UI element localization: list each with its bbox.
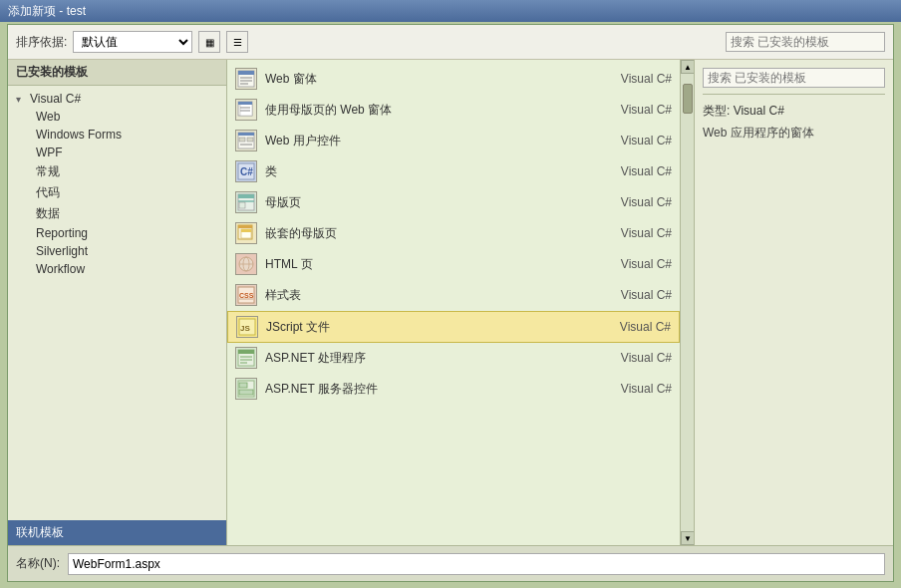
file-type-web-usercontrol: Visual C# xyxy=(602,134,672,147)
scroll-thumb[interactable] xyxy=(683,84,693,114)
online-templates-label: 联机模板 xyxy=(16,525,64,539)
online-templates-section[interactable]: 联机模板 xyxy=(8,520,226,545)
file-icon-jscript: JS xyxy=(236,316,258,338)
right-panel-search xyxy=(703,68,885,95)
installed-templates-header: 已安装的模板 xyxy=(8,60,226,86)
file-item-master-page[interactable]: 母版页 Visual C# xyxy=(227,187,680,218)
svg-text:C#: C# xyxy=(240,166,253,177)
title-text: 添加新项 - test xyxy=(8,3,86,20)
tree-label-code: 代码 xyxy=(36,184,60,201)
file-type-master-page: Visual C# xyxy=(602,195,672,209)
file-item-web-usercontrol[interactable]: Web 用户控件 Visual C# xyxy=(227,126,680,156)
file-item-web-form[interactable]: Web 窗体 Visual C# xyxy=(227,64,680,95)
svg-rect-1 xyxy=(238,71,254,75)
file-name-master-page: 母版页 xyxy=(265,194,594,211)
scroll-down-button[interactable]: ▼ xyxy=(681,531,695,545)
svg-rect-34 xyxy=(238,350,254,354)
name-input[interactable] xyxy=(68,553,885,575)
file-icon-class: C# xyxy=(235,160,257,182)
bottom-bar: 名称(N): xyxy=(8,545,893,581)
file-type-jscript: Visual C# xyxy=(601,320,671,334)
center-panel: Web 窗体 Visual C# 使用母版页的 Web 窗 xyxy=(227,60,680,545)
name-label: 名称(N): xyxy=(16,555,60,572)
file-type-web-form: Visual C# xyxy=(602,72,672,86)
file-item-stylesheet[interactable]: CSS 样式表 Visual C# xyxy=(227,280,680,311)
search-input[interactable] xyxy=(726,32,885,52)
tree-item-windows-forms[interactable]: Windows Forms xyxy=(8,126,226,144)
tree-label-data: 数据 xyxy=(36,205,60,222)
center-scrollbar[interactable]: ▲ ▼ xyxy=(680,60,694,545)
right-search-input[interactable] xyxy=(703,68,885,88)
tree-item-data[interactable]: 数据 xyxy=(8,203,226,224)
svg-rect-12 xyxy=(239,138,245,142)
file-name-nested-master: 嵌套的母版页 xyxy=(265,225,594,242)
file-name-stylesheet: 样式表 xyxy=(265,287,594,304)
tree-item-web[interactable]: Web xyxy=(8,108,226,126)
tree-item-visual-csharp[interactable]: ▾ Visual C# xyxy=(8,90,226,108)
file-item-jscript[interactable]: JS JScript 文件 Visual C# xyxy=(227,311,680,343)
tree-item-silverlight[interactable]: Silverlight xyxy=(8,242,226,260)
title-bar: 添加新项 - test xyxy=(0,0,901,22)
svg-text:JS: JS xyxy=(240,324,250,333)
tree-label-reporting: Reporting xyxy=(36,226,88,240)
svg-rect-40 xyxy=(239,390,253,395)
file-item-master-web-form[interactable]: 使用母版页的 Web 窗体 Visual C# xyxy=(227,95,680,126)
expand-icon: ▾ xyxy=(16,94,26,105)
tree-label-web: Web xyxy=(36,110,60,124)
svg-rect-24 xyxy=(241,229,251,232)
right-type-label: 类型: Visual C# xyxy=(703,103,885,120)
toolbar-row: 排序依据: 默认值 ▦ ☰ xyxy=(8,25,893,60)
file-type-html-page: Visual C# xyxy=(602,257,672,271)
file-item-aspnet-handler[interactable]: ASP.NET 处理程序 Visual C# xyxy=(227,343,680,374)
file-icon-aspnet-handler xyxy=(235,347,257,369)
file-name-class: 类 xyxy=(265,163,594,180)
tree-item-code[interactable]: 代码 xyxy=(8,182,226,203)
file-name-jscript: JScript 文件 xyxy=(266,319,593,336)
tree-label-normal: 常规 xyxy=(36,163,60,180)
svg-rect-6 xyxy=(240,104,252,116)
file-name-web-form: Web 窗体 xyxy=(265,71,594,88)
right-panel: 类型: Visual C# Web 应用程序的窗体 xyxy=(694,60,893,545)
file-icon-html-page xyxy=(235,253,257,275)
file-item-aspnet-serverctrl[interactable]: ASP.NET 服务器控件 Visual C# xyxy=(227,374,680,405)
file-name-html-page: HTML 页 xyxy=(265,256,594,273)
file-type-stylesheet: Visual C# xyxy=(602,288,672,302)
svg-rect-7 xyxy=(238,102,252,105)
file-icon-web-usercontrol xyxy=(235,130,257,151)
tree-area: ▾ Visual C# Web Windows Forms WPF 常规 代码 xyxy=(8,86,226,520)
view-grid-button[interactable]: ▦ xyxy=(198,31,220,53)
svg-rect-13 xyxy=(247,138,253,142)
file-item-html-page[interactable]: HTML 页 Visual C# xyxy=(227,249,680,280)
file-type-class: Visual C# xyxy=(602,164,672,178)
svg-rect-11 xyxy=(238,133,254,136)
tree-item-wpf[interactable]: WPF xyxy=(8,144,226,161)
sort-select[interactable]: 默认值 xyxy=(73,31,192,53)
file-name-aspnet-serverctrl: ASP.NET 服务器控件 xyxy=(265,381,594,398)
tree-item-reporting[interactable]: Reporting xyxy=(8,224,226,242)
svg-rect-22 xyxy=(238,225,252,228)
right-description: Web 应用程序的窗体 xyxy=(703,124,885,142)
tree-item-workflow[interactable]: Workflow xyxy=(8,260,226,278)
file-icon-nested-master xyxy=(235,222,257,244)
content-area: 已安装的模板 ▾ Visual C# Web Windows Forms WPF… xyxy=(8,60,893,545)
tree-label-wpf: WPF xyxy=(36,146,63,159)
dialog: 排序依据: 默认值 ▦ ☰ 已安装的模板 ▾ Visual C# Web xyxy=(7,24,894,582)
tree-item-normal[interactable]: 常规 xyxy=(8,161,226,182)
file-name-web-usercontrol: Web 用户控件 xyxy=(265,133,594,149)
tree-label-workflow: Workflow xyxy=(36,262,85,276)
file-icon-web-form xyxy=(235,68,257,90)
scroll-track xyxy=(681,74,694,531)
file-item-nested-master[interactable]: 嵌套的母版页 Visual C# xyxy=(227,218,680,249)
file-name-master-web-form: 使用母版页的 Web 窗体 xyxy=(265,102,594,119)
file-icon-master-web-form xyxy=(235,99,257,121)
file-type-nested-master: Visual C# xyxy=(602,226,672,240)
file-type-aspnet-serverctrl: Visual C# xyxy=(602,382,672,396)
tree-label-windows-forms: Windows Forms xyxy=(36,128,122,142)
file-item-class[interactable]: C# 类 Visual C# xyxy=(227,156,680,187)
view-list-button[interactable]: ☰ xyxy=(226,31,248,53)
svg-rect-20 xyxy=(239,202,245,208)
file-list: Web 窗体 Visual C# 使用母版页的 Web 窗 xyxy=(227,60,680,545)
tree-label-visual-csharp: Visual C# xyxy=(30,92,81,106)
scroll-up-button[interactable]: ▲ xyxy=(681,60,695,74)
tree-label-silverlight: Silverlight xyxy=(36,244,88,258)
